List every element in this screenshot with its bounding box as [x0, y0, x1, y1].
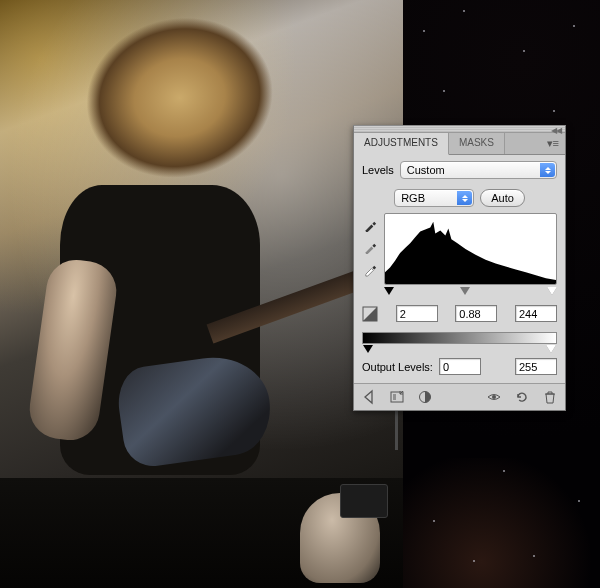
collapse-icon[interactable]: ◀◀ — [551, 126, 561, 135]
preset-select[interactable]: Custom — [400, 161, 557, 179]
panel-body: Levels Custom RGB Auto — [354, 155, 565, 383]
reset-icon[interactable] — [513, 389, 531, 405]
eyedropper-gray-icon[interactable] — [362, 239, 378, 255]
output-white-field[interactable] — [515, 358, 557, 375]
histogram-wrap — [384, 213, 557, 299]
histogram-row — [362, 213, 557, 299]
document-image — [0, 0, 403, 588]
star — [423, 30, 425, 32]
star — [463, 10, 465, 12]
tab-adjustments[interactable]: ADJUSTMENTS — [354, 133, 449, 155]
star — [443, 90, 445, 92]
histogram — [384, 213, 557, 285]
contrast-icon — [362, 306, 378, 322]
input-black-slider[interactable] — [384, 287, 394, 295]
adjustments-panel: ◀◀ ADJUSTMENTS MASKS ▾≡ Levels Custom RG… — [353, 125, 566, 411]
back-arrow-icon[interactable] — [360, 389, 378, 405]
output-white-slider[interactable] — [546, 345, 556, 353]
channel-value: RGB — [401, 192, 425, 204]
eyedropper-group — [362, 213, 378, 277]
output-levels-row: Output Levels: — [362, 358, 557, 375]
panel-menu-icon[interactable]: ▾≡ — [541, 133, 565, 154]
output-gradient — [362, 332, 557, 344]
star — [553, 110, 555, 112]
preset-row: Levels Custom — [362, 161, 557, 179]
input-slider-track — [384, 287, 557, 297]
view-previous-icon[interactable] — [485, 389, 503, 405]
output-levels-label: Output Levels: — [362, 361, 433, 373]
input-levels-row — [362, 305, 557, 322]
dropdown-caret-icon — [457, 191, 472, 205]
expand-view-icon[interactable] — [388, 389, 406, 405]
output-black-slider[interactable] — [363, 345, 373, 353]
star — [503, 470, 505, 472]
channel-select[interactable]: RGB — [394, 189, 474, 207]
star — [578, 500, 580, 502]
phone-camera — [340, 484, 388, 518]
nebula — [403, 458, 600, 588]
clip-toggle-icon[interactable] — [416, 389, 434, 405]
input-white-slider[interactable] — [547, 287, 557, 295]
eyedropper-black-icon[interactable] — [362, 217, 378, 233]
panel-footer — [354, 383, 565, 410]
input-white-field[interactable] — [515, 305, 557, 322]
panel-grip[interactable]: ◀◀ — [354, 126, 565, 133]
output-black-field[interactable] — [439, 358, 481, 375]
input-gamma-field[interactable] — [455, 305, 497, 322]
star — [573, 25, 575, 27]
workspace: ◀◀ ADJUSTMENTS MASKS ▾≡ Levels Custom RG… — [0, 0, 600, 588]
star — [433, 520, 435, 522]
panel-tabs: ADJUSTMENTS MASKS ▾≡ — [354, 133, 565, 155]
dropdown-caret-icon — [540, 163, 555, 177]
input-gamma-slider[interactable] — [460, 287, 470, 295]
star — [533, 555, 535, 557]
star — [523, 50, 525, 52]
channel-row: RGB Auto — [362, 189, 557, 207]
levels-label: Levels — [362, 164, 394, 176]
star — [473, 560, 475, 562]
eyedropper-white-icon[interactable] — [362, 261, 378, 277]
svg-point-3 — [492, 395, 496, 399]
tab-masks[interactable]: MASKS — [449, 133, 505, 154]
input-black-field[interactable] — [396, 305, 438, 322]
preset-value: Custom — [407, 164, 445, 176]
auto-button[interactable]: Auto — [480, 189, 525, 207]
trash-icon[interactable] — [541, 389, 559, 405]
